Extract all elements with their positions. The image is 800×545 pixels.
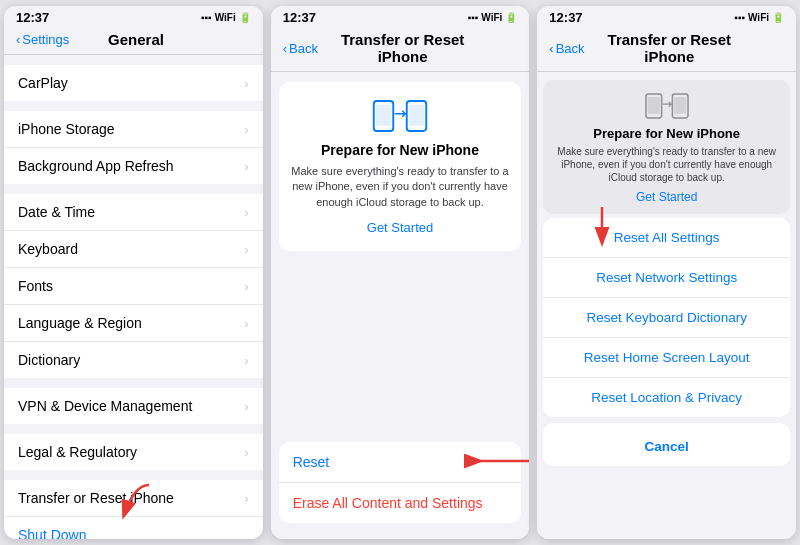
wifi-icon: WiFi [215, 12, 236, 23]
panel3-reset: 12:37 ▪▪▪ WiFi 🔋 ‹ Back Transfer or Rese… [537, 6, 796, 539]
svg-rect-7 [647, 97, 659, 114]
panel1-general: 12:37 ▪▪▪ WiFi 🔋 ‹ Settings General CarP… [4, 6, 263, 539]
chevron-icon: › [244, 122, 248, 137]
settings-group-datetime: Date & Time › Keyboard › Fonts › Languag… [4, 194, 263, 378]
nav-bar-1: ‹ Settings General [4, 27, 263, 55]
chevron-left-icon: ‹ [283, 41, 287, 56]
action-sheet-group: Reset All Settings Reset Network Setting… [543, 218, 790, 417]
chevron-icon: › [244, 242, 248, 257]
transfer-icon-3 [643, 90, 691, 122]
chevron-icon: › [244, 399, 248, 414]
settings-group-vpn: VPN & Device Management › [4, 388, 263, 424]
chevron-left-icon: ‹ [16, 32, 20, 47]
action-reset-location[interactable]: Reset Location & Privacy [543, 378, 790, 417]
svg-rect-4 [409, 105, 424, 126]
panel2-main: Prepare for New iPhone Make sure everyth… [271, 72, 530, 539]
svg-rect-2 [376, 105, 391, 126]
status-time-1: 12:37 [16, 10, 49, 25]
signal-icon: ▪▪▪ [734, 12, 745, 23]
settings-item-datetime[interactable]: Date & Time › [4, 194, 263, 231]
page-title-1: General [69, 31, 202, 48]
status-bar-3: 12:37 ▪▪▪ WiFi 🔋 [537, 6, 796, 27]
cancel-group: Cancel [543, 423, 790, 466]
status-bar-2: 12:37 ▪▪▪ WiFi 🔋 [271, 6, 530, 27]
settings-list-1: CarPlay › iPhone Storage › Background Ap… [4, 55, 263, 539]
status-icons-3: ▪▪▪ WiFi 🔋 [734, 12, 784, 23]
settings-group-carplay: CarPlay › [4, 65, 263, 101]
action-sheet: Reset All Settings Reset Network Setting… [543, 218, 790, 539]
panel2-actions: Reset Erase All Content and Settings [279, 442, 522, 523]
status-time-3: 12:37 [549, 10, 582, 25]
settings-item-vpn[interactable]: VPN & Device Management › [4, 388, 263, 424]
transfer-icon [370, 96, 430, 136]
cancel-button[interactable]: Cancel [543, 427, 790, 466]
settings-item-carplay[interactable]: CarPlay › [4, 65, 263, 101]
signal-icon: ▪▪▪ [201, 12, 212, 23]
chevron-icon: › [244, 159, 248, 174]
prepare-desc-3: Make sure everything's ready to transfer… [553, 145, 780, 184]
erase-item[interactable]: Erase All Content and Settings [279, 483, 522, 523]
battery-icon: 🔋 [772, 12, 784, 23]
settings-item-shutdown[interactable]: Shut Down [4, 517, 263, 539]
settings-item-language[interactable]: Language & Region › [4, 305, 263, 342]
svg-rect-9 [674, 97, 686, 114]
settings-item-dictionary[interactable]: Dictionary › [4, 342, 263, 378]
action-reset-home[interactable]: Reset Home Screen Layout [543, 338, 790, 378]
settings-item-transfer[interactable]: Transfer or Reset iPhone › [4, 480, 263, 517]
settings-item-iphone-storage[interactable]: iPhone Storage › [4, 111, 263, 148]
status-icons-1: ▪▪▪ WiFi 🔋 [201, 12, 251, 23]
action-reset-network[interactable]: Reset Network Settings [543, 258, 790, 298]
status-time-2: 12:37 [283, 10, 316, 25]
signal-icon: ▪▪▪ [468, 12, 479, 23]
back-button-1[interactable]: ‹ Settings [16, 32, 69, 47]
status-icons-2: ▪▪▪ WiFi 🔋 [468, 12, 518, 23]
back-button-3[interactable]: ‹ Back [549, 41, 584, 56]
back-button-2[interactable]: ‹ Back [283, 41, 318, 56]
prepare-title-3: Prepare for New iPhone [553, 126, 780, 141]
nav-bar-2: ‹ Back Transfer or Reset iPhone [271, 27, 530, 72]
reset-section: Reset Erase All Content and Settings [271, 442, 530, 531]
chevron-icon: › [244, 445, 248, 460]
action-reset-keyboard[interactable]: Reset Keyboard Dictionary [543, 298, 790, 338]
settings-item-legal[interactable]: Legal & Regulatory › [4, 434, 263, 470]
page-title-2: Transfer or Reset iPhone [318, 31, 487, 65]
chevron-icon: › [244, 205, 248, 220]
chevron-left-icon: ‹ [549, 41, 553, 56]
prepare-card-3: Prepare for New iPhone Make sure everyth… [543, 80, 790, 214]
settings-group-reset: Transfer or Reset iPhone › Shut Down [4, 480, 263, 539]
prepare-card-2: Prepare for New iPhone Make sure everyth… [279, 82, 522, 251]
chevron-icon: › [244, 76, 248, 91]
settings-group-legal: Legal & Regulatory › [4, 434, 263, 470]
page-title-3: Transfer or Reset iPhone [585, 31, 754, 65]
settings-group-storage: iPhone Storage › Background App Refresh … [4, 111, 263, 184]
status-bar-1: 12:37 ▪▪▪ WiFi 🔋 [4, 6, 263, 27]
wifi-icon: WiFi [481, 12, 502, 23]
action-reset-all[interactable]: Reset All Settings [543, 218, 790, 258]
prepare-desc-2: Make sure everything's ready to transfer… [291, 164, 510, 210]
reset-item[interactable]: Reset [279, 442, 522, 483]
panel2-transfer: 12:37 ▪▪▪ WiFi 🔋 ‹ Back Transfer or Rese… [271, 6, 530, 539]
prepare-title-2: Prepare for New iPhone [291, 142, 510, 158]
battery-icon: 🔋 [505, 12, 517, 23]
settings-item-fonts[interactable]: Fonts › [4, 268, 263, 305]
settings-item-keyboard[interactable]: Keyboard › [4, 231, 263, 268]
battery-icon: 🔋 [239, 12, 251, 23]
get-started-3[interactable]: Get Started [553, 190, 780, 204]
chevron-icon: › [244, 353, 248, 368]
nav-bar-3: ‹ Back Transfer or Reset iPhone [537, 27, 796, 72]
wifi-icon: WiFi [748, 12, 769, 23]
chevron-icon: › [244, 279, 248, 294]
panel3-main: Prepare for New iPhone Make sure everyth… [537, 72, 796, 539]
settings-item-bg-refresh[interactable]: Background App Refresh › [4, 148, 263, 184]
chevron-icon: › [244, 491, 248, 506]
get-started-2[interactable]: Get Started [291, 218, 510, 237]
chevron-icon: › [244, 316, 248, 331]
